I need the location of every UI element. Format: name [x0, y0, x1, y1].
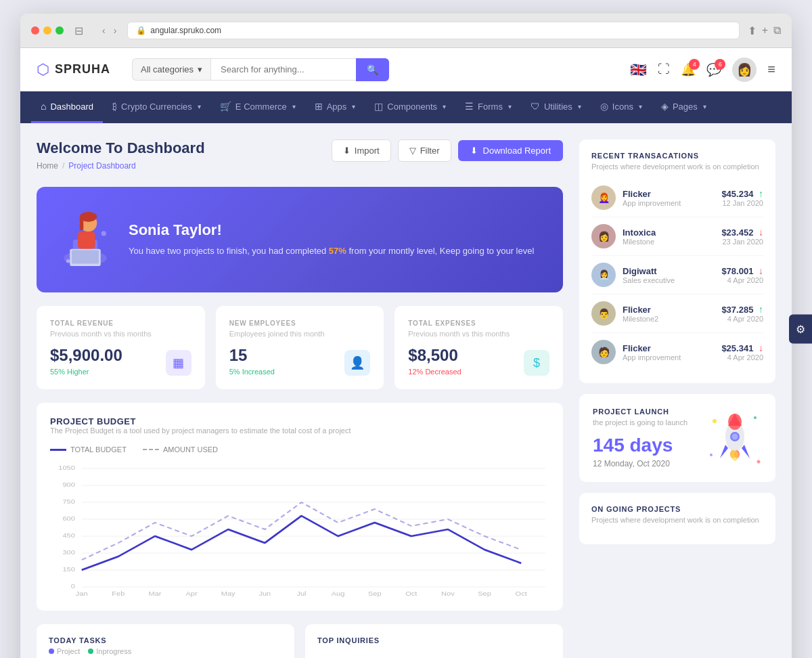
traffic-lights: [31, 26, 64, 35]
stat-card-expenses: TOTAL EXPENSES Previous month vs this mo…: [394, 306, 563, 389]
stats-row: TOTAL REVENUE Previous month vs this mon…: [37, 306, 563, 389]
nav-label-components: Components: [387, 102, 437, 112]
tx-sub-2: Milestone: [623, 238, 715, 246]
svg-text:Mar: Mar: [148, 590, 162, 597]
stat-card-employees: NEW EMPLOYEES Employees joined this mont…: [216, 306, 384, 389]
bottom-row: TODAY TASKS Project Inprogress TOP INQUI: [37, 624, 563, 658]
nav-item-utilities[interactable]: 🛡 Utilities ▾: [521, 91, 591, 123]
forward-button[interactable]: ›: [111, 24, 120, 37]
header-right: 🇬🇧 ⛶ 🔔 4 💬 6 👩 ≡: [630, 58, 775, 82]
tx-name-4: Flicker: [623, 305, 715, 315]
nav-item-ecommerce[interactable]: 🛒 E Commerce ▾: [210, 91, 305, 123]
browser-window: ⊟ ‹ › 🔒 angular.spruko.com ⬆ + ⧉ ⬡ SPRUH…: [20, 14, 792, 658]
chart-legend: TOTAL BUDGET AMOUNT USED: [50, 445, 549, 454]
breadcrumb-home[interactable]: Home: [37, 161, 58, 171]
icons-icon: ◎: [600, 101, 608, 112]
expand-icon[interactable]: ⛶: [658, 62, 670, 76]
tx-arrow-up: ↑: [759, 304, 763, 315]
close-button[interactable]: [31, 26, 39, 35]
logo[interactable]: ⬡ SPRUHA: [37, 61, 110, 79]
search-button[interactable]: 🔍: [356, 58, 389, 81]
nav-label-apps: Apps: [327, 102, 347, 112]
nav-label-forms: Forms: [478, 102, 503, 112]
category-label: All categories: [141, 64, 194, 74]
today-tasks-title: TODAY TASKS: [49, 636, 282, 644]
legend-label-used: AMOUNT USED: [163, 445, 218, 454]
crypto-icon: ₿: [112, 101, 117, 112]
tx-amount-4: $37.285 ↑ 4 Apr 2020: [721, 304, 763, 323]
share-icon[interactable]: ⬆: [748, 24, 757, 37]
page-actions: ⬇ Import ▽ Filter ⬇ Download Report: [332, 139, 563, 162]
transaction-item-1: 👩‍🦰 Flicker App improvement $45.234 ↑ 12…: [591, 179, 763, 217]
nav-item-icons[interactable]: ◎ Icons ▾: [591, 91, 652, 123]
user-avatar[interactable]: 👩: [732, 58, 757, 82]
nav-item-crypto[interactable]: ₿ Crypto Currencies ▾: [103, 91, 210, 123]
tx-date-5: 4 Apr 2020: [721, 353, 763, 361]
svg-rect-7: [72, 250, 99, 263]
import-button[interactable]: ⬇ Import: [332, 139, 391, 162]
category-dropdown[interactable]: All categories ▾: [132, 58, 210, 81]
page-header: Welcome To Dashboard Home / Project Dash…: [37, 139, 563, 171]
nav-label-crypto: Crypto Currencies: [121, 102, 192, 112]
filter-icon: ▽: [409, 146, 416, 156]
welcome-banner: Sonia Taylor! You have two projects to f…: [37, 187, 563, 292]
svg-rect-4: [80, 217, 83, 230]
nav-item-dashboard[interactable]: ⌂ Dashboard: [31, 91, 103, 123]
menu-icon[interactable]: ≡: [767, 62, 775, 77]
svg-rect-5: [78, 232, 95, 248]
chevron-down-icon: ▾: [443, 103, 446, 110]
left-panel: Welcome To Dashboard Home / Project Dash…: [37, 139, 563, 658]
maximize-button[interactable]: [55, 26, 64, 35]
nav-item-pages[interactable]: ◈ Pages ▾: [652, 91, 716, 123]
notification-bell[interactable]: 🔔 4: [681, 62, 696, 77]
tx-arrow-up: ↑: [759, 188, 763, 199]
launch-sub: the project is going to launch: [593, 418, 697, 426]
welcome-desc-before: You have two projects to finish, you had…: [129, 246, 329, 256]
sidebar-toggle-icon[interactable]: ⊟: [74, 24, 83, 37]
legend-label-budget: TOTAL BUDGET: [70, 445, 127, 454]
svg-text:900: 900: [62, 481, 75, 488]
ongoing-subtitle: Projects where development work is on co…: [591, 516, 763, 524]
tabs-icon[interactable]: ⧉: [773, 24, 781, 37]
back-button[interactable]: ‹: [99, 24, 108, 37]
stat-icon-employees: 👤: [344, 350, 370, 376]
message-icon[interactable]: 💬 6: [706, 62, 721, 77]
svg-point-40: [754, 416, 757, 419]
filter-button[interactable]: ▽ Filter: [398, 139, 451, 162]
tx-amount-2: $23.452 ↓ 23 Jan 2020: [721, 227, 763, 246]
svg-text:May: May: [221, 590, 236, 597]
welcome-percentage: 57%: [329, 246, 346, 256]
address-bar[interactable]: 🔒 angular.spruko.com: [127, 22, 739, 39]
minimize-button[interactable]: [43, 26, 51, 35]
download-report-button[interactable]: ⬇ Download Report: [458, 140, 563, 161]
nav-item-apps[interactable]: ⊞ Apps ▾: [305, 91, 365, 123]
components-icon: ◫: [374, 101, 383, 112]
apps-icon: ⊞: [315, 101, 323, 112]
nav-item-forms[interactable]: ☰ Forms ▾: [455, 91, 521, 123]
chevron-down-icon: ▾: [639, 103, 642, 110]
tx-info-2: Intoxica Milestone: [623, 227, 715, 246]
svg-text:Oct: Oct: [405, 590, 417, 597]
language-flag[interactable]: 🇬🇧: [630, 62, 647, 78]
transactions-subtitle: Projects where development work is on co…: [591, 162, 763, 171]
svg-text:Jul: Jul: [296, 590, 306, 597]
nav-item-components[interactable]: ◫ Components ▾: [365, 91, 455, 123]
svg-point-52: [731, 450, 738, 461]
nav-label-icons: Icons: [612, 102, 633, 112]
svg-point-49: [732, 434, 738, 440]
search-input[interactable]: [210, 58, 356, 81]
stat-label-revenue: TOTAL REVENUE: [50, 320, 191, 327]
tx-value-3: $78.001 ↓: [721, 265, 763, 276]
chevron-down-icon: ▾: [578, 103, 581, 110]
tx-value-1: $45.234 ↑: [721, 188, 763, 199]
ongoing-card: ON GOING PROJECTS Projects where develop…: [579, 493, 775, 544]
svg-text:0: 0: [71, 583, 76, 590]
stat-sublabel-employees: Employees joined this month: [229, 330, 371, 338]
legend-amount-used: AMOUNT USED: [143, 445, 218, 454]
tx-value-4: $37.285 ↑: [721, 304, 763, 315]
top-inquiries-card: TOP INQUIRIES: [305, 624, 563, 658]
new-tab-icon[interactable]: +: [762, 24, 768, 37]
svg-text:150: 150: [62, 566, 75, 573]
settings-button[interactable]: ⚙: [789, 315, 812, 344]
tx-avatar-2: 👩: [591, 224, 616, 248]
